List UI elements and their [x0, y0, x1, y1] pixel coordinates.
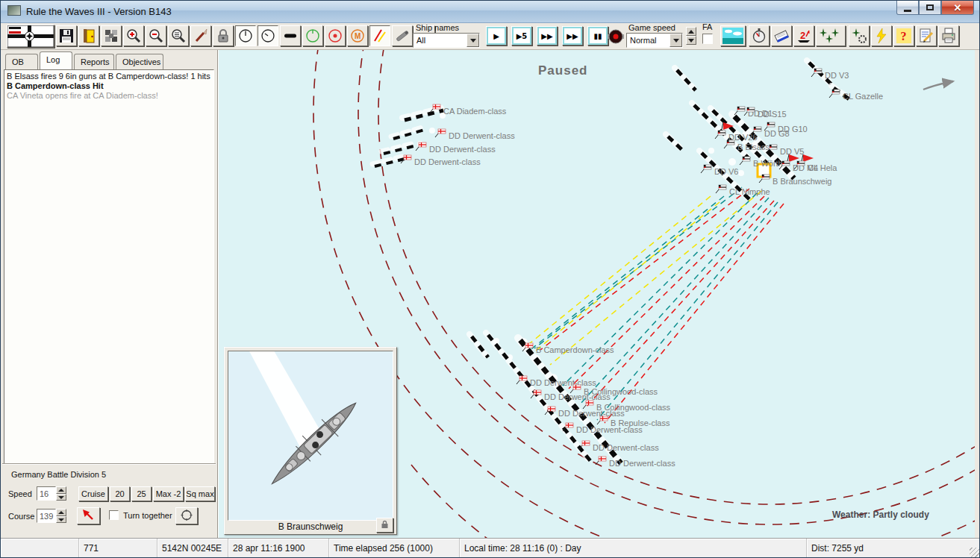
close-button[interactable]: ✕: [941, 1, 974, 15]
stopwatch-button[interactable]: [749, 25, 770, 46]
battle-log[interactable]: B Elsass fires 9 6in guns at B Camperdow…: [4, 69, 214, 510]
ship-label[interactable]: DD Derwent-class: [414, 157, 481, 166]
aircraft-settings-button[interactable]: [849, 25, 870, 46]
resize-grip[interactable]: [970, 548, 979, 557]
minimize-button[interactable]: [896, 1, 919, 15]
german-ensign-flag-icon[interactable]: [7, 25, 54, 48]
speed-up-icon[interactable]: [56, 486, 66, 494]
close-icon: ✕: [954, 3, 962, 13]
spin-down-icon[interactable]: [686, 36, 696, 45]
ship-label[interactable]: DD Derwent-class: [429, 145, 496, 154]
green-circle-button[interactable]: [302, 25, 323, 46]
max-minus-2-button[interactable]: Max -2: [153, 486, 184, 501]
log-book-button[interactable]: [771, 25, 792, 46]
ship-label[interactable]: B Camperdown-class: [536, 345, 614, 354]
weather-button[interactable]: [720, 25, 746, 46]
ship-label[interactable]: CL Nimphe: [729, 187, 770, 196]
de-flag-canton-red: [747, 110, 749, 110]
formation-button[interactable]: [175, 507, 198, 524]
print-button[interactable]: [938, 25, 959, 46]
maximize-button[interactable]: [919, 1, 941, 15]
clock-long-icon: [237, 27, 255, 45]
play-5-button[interactable]: ▶5: [511, 26, 532, 46]
fire-line: [569, 196, 764, 389]
notes-button[interactable]: [916, 25, 937, 46]
speed-20-button[interactable]: 20: [110, 486, 130, 501]
ship-label[interactable]: DD Derwent-class: [449, 131, 515, 140]
speed-down-icon[interactable]: [56, 494, 66, 501]
gun-lines-button[interactable]: [369, 25, 390, 46]
zoom-full-button[interactable]: [168, 25, 189, 46]
ship-label[interactable]: DD Derwent-class: [593, 443, 659, 452]
ship-label[interactable]: B Wörth: [753, 159, 783, 168]
help-button[interactable]: ?: [893, 25, 914, 46]
speed-order-button[interactable]: 2: [793, 25, 814, 46]
ship-label[interactable]: DD V5: [780, 147, 804, 156]
exit-button[interactable]: [78, 25, 99, 46]
save-button[interactable]: [56, 25, 77, 46]
dropdown-arrow-icon[interactable]: [670, 34, 682, 47]
ship-names-dropdown[interactable]: All: [413, 33, 480, 48]
ship-label[interactable]: B Braunschweig: [773, 177, 832, 186]
ship-label[interactable]: DD V3: [825, 71, 849, 80]
tab-reports[interactable]: Reports: [74, 54, 114, 69]
cruise-speed-button[interactable]: Cruise: [78, 486, 108, 501]
turn-together-checkbox[interactable]: [109, 510, 119, 520]
course-down-icon[interactable]: [56, 516, 66, 523]
ship-label[interactable]: CL Hela: [808, 163, 837, 172]
torpedo-button[interactable]: [392, 25, 413, 46]
course-up-icon[interactable]: [56, 509, 66, 516]
log-line: B Elsass fires 9 6in guns at B Camperdow…: [7, 72, 211, 81]
inset-lock-button[interactable]: [376, 518, 393, 533]
ship-label[interactable]: DD Derwent-class: [530, 378, 596, 387]
ship-label[interactable]: CL Gazelle: [843, 92, 883, 101]
zoom-out-button[interactable]: [146, 25, 166, 46]
clock-short-button[interactable]: [258, 25, 278, 46]
spin-up-icon[interactable]: [686, 27, 696, 36]
clock-long-button[interactable]: [235, 25, 256, 46]
fa-checkbox[interactable]: [702, 34, 713, 44]
aircraft-group-button[interactable]: [816, 25, 846, 46]
game-speed-dropdown[interactable]: Normal: [626, 33, 683, 48]
signal-flags-button[interactable]: [101, 25, 122, 46]
ship-label[interactable]: CA Diadem-class: [443, 107, 507, 116]
ship-label[interactable]: B Elsass: [737, 142, 770, 151]
play-continuous-button[interactable]: ▶▶: [562, 26, 583, 46]
lock-view-button[interactable]: [213, 25, 234, 46]
red-target-button[interactable]: [325, 25, 346, 46]
ship-label[interactable]: DD Derwent-class: [544, 392, 611, 401]
status-cell-empty: [1, 539, 79, 558]
dropdown-arrow-icon[interactable]: [466, 34, 479, 47]
de-flag-canton: [747, 107, 749, 110]
course-stepper[interactable]: 139: [37, 509, 66, 523]
ship-label[interactable]: DD S15: [758, 110, 787, 119]
game-speed-spinner[interactable]: [686, 27, 696, 45]
zoom-in-icon: [125, 27, 143, 45]
range-ring: [378, 50, 975, 504]
de-flag-canton: [743, 157, 745, 159]
speed-stepper[interactable]: 16: [37, 486, 66, 501]
ship-label[interactable]: DD Derwent-class: [576, 425, 643, 434]
tab-objectives[interactable]: Objectives: [116, 54, 163, 69]
play-15-button[interactable]: ▶▶: [537, 26, 558, 46]
paintbrush-button[interactable]: [190, 25, 211, 46]
zoom-in-button[interactable]: [123, 25, 144, 46]
save-icon: [57, 27, 75, 45]
sq-max-button[interactable]: Sq max: [185, 486, 215, 501]
fire-line: [579, 198, 769, 405]
ship-label[interactable]: DD V6: [714, 167, 738, 176]
compass-circle-icon: [180, 509, 193, 521]
tab-ob[interactable]: OB: [5, 54, 38, 69]
ship-label[interactable]: DD Derwent-class: [609, 459, 675, 468]
tab-log[interactable]: Log: [40, 51, 72, 69]
play-button[interactable]: ▶: [486, 26, 507, 46]
speed-25-button[interactable]: 25: [131, 486, 152, 501]
orange-m-button[interactable]: M: [347, 25, 368, 46]
lightning-button[interactable]: [871, 25, 892, 46]
ship-label[interactable]: DD G8: [764, 129, 790, 138]
pause-button[interactable]: ▮▮: [587, 26, 608, 46]
status-cell-coordinates: 5142N 00245E: [157, 539, 228, 558]
ship-label[interactable]: DD Derwent-class: [558, 409, 625, 418]
dash-marker-button[interactable]: [280, 25, 301, 46]
set-course-button[interactable]: [77, 507, 100, 524]
